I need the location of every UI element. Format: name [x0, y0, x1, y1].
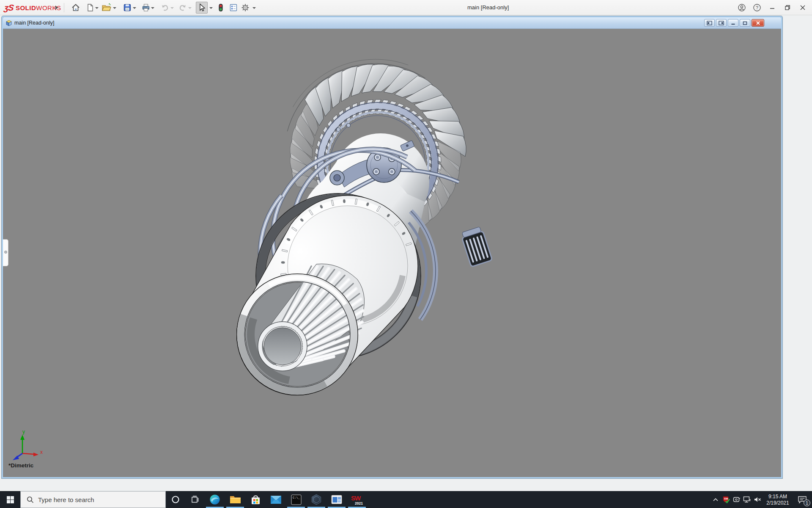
svg-text:SW: SW — [724, 497, 728, 500]
task-view-icon — [191, 496, 199, 504]
search-placeholder: Type here to search — [38, 496, 94, 503]
panel-knob-icon — [4, 251, 7, 254]
svg-text:?: ? — [756, 5, 758, 10]
taskbar-app-mail[interactable] — [266, 491, 286, 508]
taskbar-search-input[interactable]: Type here to search — [20, 491, 166, 508]
open-dropdown[interactable] — [112, 6, 117, 10]
options-list-button[interactable] — [228, 2, 239, 14]
doc-close-button[interactable] — [752, 19, 764, 27]
options-list-icon — [229, 3, 238, 12]
solidworks-2021-icon: SW2021 — [351, 494, 363, 505]
taskbar-app-command-prompt[interactable]: C:\_ — [286, 491, 306, 508]
settings-dropdown[interactable] — [252, 6, 256, 10]
action-center-button[interactable]: 1 — [793, 491, 812, 508]
cortana-icon — [171, 495, 180, 504]
selection-filter-button[interactable] — [215, 2, 227, 14]
pane-left-button[interactable] — [704, 19, 715, 27]
open-button[interactable] — [101, 2, 112, 14]
toolbar-expander-icon[interactable] — [54, 3, 59, 12]
home-icon — [71, 3, 80, 12]
triad-x-label: x — [40, 449, 43, 455]
close-app-button[interactable] — [795, 1, 810, 14]
select-cursor-icon — [197, 3, 206, 12]
graphics-viewport[interactable]: y x *Dimetric — [3, 29, 781, 477]
start-button[interactable] — [0, 491, 20, 508]
news-app-icon — [331, 495, 342, 504]
undo-icon — [160, 3, 170, 12]
svg-text:2021: 2021 — [355, 501, 363, 505]
triad-y-label: y — [22, 429, 25, 435]
document-title: main [Read-only] — [14, 20, 55, 26]
edge-icon — [209, 494, 220, 505]
network-ethernet-icon[interactable] — [742, 491, 752, 508]
mail-icon — [270, 495, 282, 504]
task-view-button[interactable] — [185, 491, 205, 508]
svg-text:C:\_: C:\_ — [293, 496, 300, 500]
toolbar-separator — [64, 3, 64, 12]
taskbar-app-edge[interactable] — [205, 491, 225, 508]
minimize-button[interactable] — [765, 1, 780, 14]
notification-badge: 1 — [804, 500, 810, 506]
jet-engine-model[interactable] — [3, 29, 781, 477]
save-icon — [123, 3, 132, 12]
save-dropdown[interactable] — [132, 6, 137, 10]
document-titlebar[interactable]: main [Read-only] — [3, 17, 781, 29]
search-icon — [27, 496, 34, 503]
assembly-document-icon — [5, 20, 12, 26]
redo-icon — [178, 3, 187, 12]
mdi-background: main [Read-only] — [0, 15, 812, 491]
taskbar-app-file-explorer[interactable] — [225, 491, 245, 508]
taskbar-app-store[interactable] — [245, 491, 266, 508]
selection-filter-icon — [216, 3, 225, 12]
volume-muted-icon[interactable] — [752, 491, 763, 508]
view-orientation-label: *Dimetric — [8, 462, 33, 469]
print-icon — [141, 3, 151, 12]
solidworks-tray-icon[interactable]: SW — [721, 491, 731, 508]
save-button[interactable] — [121, 2, 133, 14]
solidworks-logo: ʒS SOLIDWORKS — [4, 0, 61, 15]
svg-text:SW: SW — [351, 494, 361, 502]
tray-clock[interactable]: 9:15 AM 2/19/2021 — [763, 493, 793, 506]
feature-manager-collapsed-tab[interactable] — [3, 239, 8, 266]
hexagon-app-icon — [311, 494, 322, 505]
new-document-icon — [85, 3, 95, 12]
clock-date: 2/19/2021 — [763, 500, 793, 506]
windows-logo-icon — [7, 496, 14, 503]
cortana-button[interactable] — [166, 491, 185, 508]
app-window-title: main [Read-only] — [467, 4, 509, 11]
file-explorer-icon — [230, 494, 241, 505]
document-window[interactable]: main [Read-only] — [2, 16, 782, 478]
doc-minimize-button[interactable] — [728, 19, 738, 27]
new-document-button[interactable] — [84, 2, 96, 14]
store-icon — [250, 494, 261, 505]
select-tool-dropdown[interactable] — [209, 6, 213, 10]
open-folder-icon — [102, 3, 112, 12]
select-tool-button[interactable] — [196, 2, 208, 14]
user-account-button[interactable] — [734, 1, 749, 14]
print-dropdown[interactable] — [151, 6, 155, 10]
command-prompt-icon: C:\_ — [291, 494, 302, 505]
clock-time: 9:15 AM — [763, 494, 793, 500]
undo-button[interactable] — [159, 2, 171, 14]
orientation-triad: y x — [7, 426, 45, 461]
settings-button[interactable] — [239, 2, 251, 14]
taskbar-app-hexagon[interactable] — [306, 491, 326, 508]
windows-taskbar[interactable]: Type here to search C:\_ SW2021 SW — [0, 491, 812, 508]
undo-dropdown — [170, 6, 174, 10]
app-titlebar[interactable]: ʒS SOLIDWORKS main [Read-only] ? — [0, 0, 812, 15]
restore-button[interactable] — [780, 1, 795, 14]
taskbar-app-solidworks[interactable]: SW2021 — [347, 491, 367, 508]
new-document-dropdown[interactable] — [95, 6, 99, 10]
print-button[interactable] — [140, 2, 152, 14]
help-button[interactable]: ? — [749, 1, 765, 14]
taskbar-app-news[interactable] — [326, 491, 347, 508]
meet-now-icon[interactable] — [731, 491, 742, 508]
redo-dropdown — [188, 6, 192, 10]
pane-right-button[interactable] — [716, 19, 727, 27]
settings-gear-icon — [241, 3, 250, 12]
ds-logo-icon: ʒS — [3, 3, 14, 13]
doc-restore-button[interactable] — [740, 19, 750, 27]
home-button[interactable] — [70, 2, 82, 14]
tray-expand-button[interactable] — [710, 491, 721, 508]
redo-button[interactable] — [177, 2, 189, 14]
